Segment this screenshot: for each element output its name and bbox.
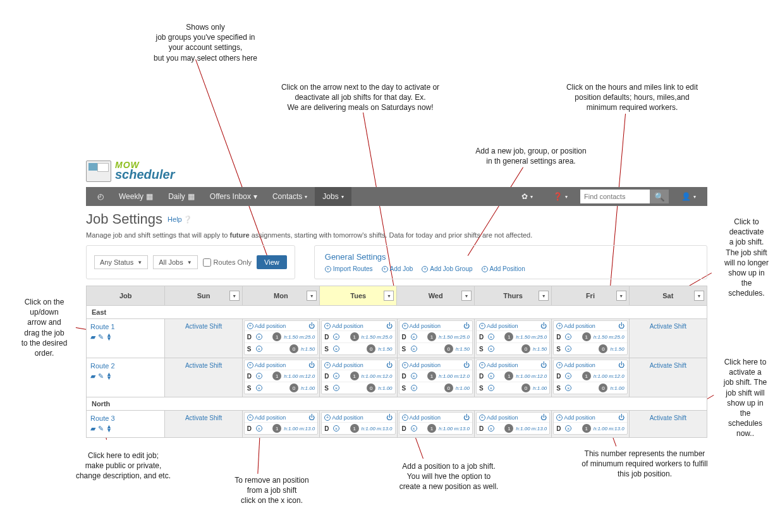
power-icon[interactable]: ⏻ xyxy=(618,361,625,368)
power-icon[interactable]: ⏻ xyxy=(308,322,315,329)
hours-miles-link[interactable]: h:1.50 m:25.0 xyxy=(439,334,470,340)
routes-only-check[interactable]: Routes Only xyxy=(203,258,252,267)
activate-shift-link[interactable]: Activate Shift xyxy=(166,412,240,424)
power-icon[interactable]: ⏻ xyxy=(618,322,625,329)
power-icon[interactable]: ⏻ xyxy=(463,361,470,368)
drag-handle[interactable]: ▲▼ xyxy=(106,425,112,432)
day-toggle[interactable]: ▼ xyxy=(461,291,472,301)
activate-shift-link[interactable]: Activate Shift xyxy=(631,320,705,332)
add-position-link[interactable]: +Add position xyxy=(479,414,518,421)
activate-shift-link[interactable]: Activate Shift xyxy=(166,360,240,372)
hours-miles-link[interactable]: h:1.00 m:13.0 xyxy=(284,426,315,432)
remove-position-icon[interactable]: × xyxy=(565,385,571,391)
hours-miles-link[interactable]: h:1.50 xyxy=(610,346,624,352)
day-toggle[interactable]: ▼ xyxy=(384,291,394,301)
hours-miles-link[interactable]: h:1.00 xyxy=(533,385,547,391)
add-job-link[interactable]: +Add Job xyxy=(382,265,413,272)
add-position-link[interactable]: +Add position xyxy=(247,323,286,329)
drag-handle[interactable]: ▲▼ xyxy=(106,373,112,380)
hours-miles-link[interactable]: h:1.00 m:12.0 xyxy=(284,373,315,379)
remove-position-icon[interactable]: × xyxy=(565,425,571,432)
power-icon[interactable]: ⏻ xyxy=(308,361,315,368)
nav-jobs[interactable]: Jobs ▾ xyxy=(315,187,351,206)
add-position-link[interactable]: +Add position xyxy=(324,362,363,368)
remove-position-icon[interactable]: × xyxy=(256,385,262,391)
day-toggle[interactable]: ▼ xyxy=(307,291,317,301)
power-icon[interactable]: ⏻ xyxy=(463,414,470,421)
power-icon[interactable]: ⏻ xyxy=(386,322,393,329)
help-icon[interactable]: ❓ ▾ xyxy=(545,187,575,206)
comment-icon[interactable]: ▰ xyxy=(90,372,95,380)
hours-miles-link[interactable]: h:1.50 xyxy=(456,346,470,352)
remove-position-icon[interactable]: × xyxy=(333,334,339,340)
route-link[interactable]: Route 2 xyxy=(90,362,161,370)
add-position-link[interactable]: +Add position xyxy=(324,414,363,421)
edit-icon[interactable]: ✎ xyxy=(98,372,104,380)
help-link[interactable]: Help ❔ xyxy=(168,215,192,224)
activate-shift-link[interactable]: Activate Shift xyxy=(631,412,705,424)
remove-position-icon[interactable]: × xyxy=(411,334,417,340)
remove-position-icon[interactable]: × xyxy=(411,373,417,379)
search-button[interactable]: 🔍 xyxy=(650,190,669,203)
comment-icon[interactable]: ▰ xyxy=(90,333,95,341)
view-button[interactable]: View xyxy=(257,255,287,269)
power-icon[interactable]: ⏻ xyxy=(308,414,315,421)
remove-position-icon[interactable]: × xyxy=(333,373,339,379)
add-position-link[interactable]: +Add position xyxy=(479,323,518,329)
remove-position-icon[interactable]: × xyxy=(411,425,417,432)
day-toggle[interactable]: ▼ xyxy=(539,291,549,301)
hours-miles-link[interactable]: h:1.00 xyxy=(378,385,392,391)
remove-position-icon[interactable]: × xyxy=(488,425,494,432)
drag-handle[interactable]: ▲▼ xyxy=(106,334,112,341)
hours-miles-link[interactable]: h:1.00 xyxy=(301,385,315,391)
add-position-link[interactable]: +Add position xyxy=(556,323,595,329)
add-position-link[interactable]: +Add position xyxy=(556,362,595,368)
add-group-link[interactable]: +Add Job Group xyxy=(422,265,472,272)
edit-icon[interactable]: ✎ xyxy=(98,425,104,433)
hours-miles-link[interactable]: h:1.50 xyxy=(301,346,315,352)
hours-miles-link[interactable]: h:1.00 m:13.0 xyxy=(516,426,547,432)
route-link[interactable]: Route 3 xyxy=(90,414,161,422)
remove-position-icon[interactable]: × xyxy=(565,346,571,352)
power-icon[interactable]: ⏻ xyxy=(540,322,547,329)
power-icon[interactable]: ⏻ xyxy=(540,361,547,368)
add-position-link[interactable]: +Add position xyxy=(247,362,286,368)
power-icon[interactable]: ⏻ xyxy=(540,414,547,421)
power-icon[interactable]: ⏻ xyxy=(618,414,625,421)
gear-icon[interactable]: ✿ ▾ xyxy=(514,187,540,206)
remove-position-icon[interactable]: × xyxy=(488,334,494,340)
hours-miles-link[interactable]: h:1.50 m:25.0 xyxy=(362,334,393,340)
edit-icon[interactable]: ✎ xyxy=(98,333,104,341)
hours-miles-link[interactable]: h:1.00 m:13.0 xyxy=(594,426,625,432)
remove-position-icon[interactable]: × xyxy=(256,373,262,379)
import-routes-link[interactable]: +Import Routes xyxy=(325,265,373,272)
search-input[interactable] xyxy=(580,190,650,203)
hours-miles-link[interactable]: h:1.50 xyxy=(533,346,547,352)
comment-icon[interactable]: ▰ xyxy=(90,425,95,433)
checkbox[interactable] xyxy=(203,258,211,267)
day-toggle[interactable]: ▼ xyxy=(616,291,626,301)
add-position-link[interactable]: +Add position xyxy=(556,414,595,421)
remove-position-icon[interactable]: × xyxy=(256,346,262,352)
nav-weekly[interactable]: Weekly ▦ xyxy=(111,187,161,206)
hours-miles-link[interactable]: h:1.00 xyxy=(610,385,624,391)
remove-position-icon[interactable]: × xyxy=(256,425,262,432)
hours-miles-link[interactable]: h:1.00 m:12.0 xyxy=(516,373,547,379)
remove-position-icon[interactable]: × xyxy=(333,425,339,432)
hours-miles-link[interactable]: h:1.00 m:13.0 xyxy=(439,426,470,432)
hours-miles-link[interactable]: h:1.50 m:25.0 xyxy=(284,334,315,340)
remove-position-icon[interactable]: × xyxy=(333,346,339,352)
add-position-link[interactable]: +Add Position xyxy=(482,265,525,272)
add-position-link[interactable]: +Add position xyxy=(402,362,441,368)
remove-position-icon[interactable]: × xyxy=(488,385,494,391)
day-toggle[interactable]: ▼ xyxy=(229,291,240,301)
remove-position-icon[interactable]: × xyxy=(488,346,494,352)
remove-position-icon[interactable]: × xyxy=(565,373,571,379)
add-position-link[interactable]: +Add position xyxy=(402,323,441,329)
jobs-select[interactable]: All Jobs▼ xyxy=(153,255,197,269)
remove-position-icon[interactable]: × xyxy=(488,373,494,379)
power-icon[interactable]: ⏻ xyxy=(386,414,393,421)
add-position-link[interactable]: +Add position xyxy=(479,362,518,368)
power-icon[interactable]: ⏻ xyxy=(463,322,470,329)
hours-miles-link[interactable]: h:1.00 m:12.0 xyxy=(439,373,470,379)
